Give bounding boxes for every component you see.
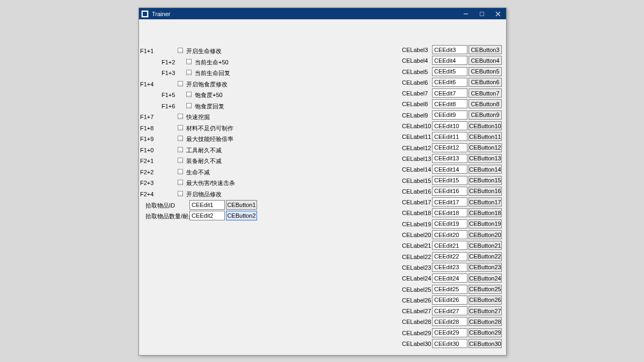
ce-edit-input[interactable] [432,187,467,196]
ce-edit-input[interactable] [432,56,467,65]
ce-edit-input[interactable] [432,99,467,108]
ce-edit-input[interactable] [432,317,467,326]
hotkey-toggle[interactable] [186,59,192,64]
ce-edit-input[interactable] [432,339,467,348]
hotkey-toggle[interactable] [178,169,183,174]
hotkey-toggle[interactable] [178,81,183,86]
hotkey-toggle[interactable] [178,48,183,53]
ce-button[interactable]: CEButton15 [469,176,502,185]
ce-button[interactable]: CEButton12 [469,143,502,152]
ce-button[interactable]: CEButton22 [469,252,502,261]
ce-button[interactable]: CEButton18 [469,208,502,217]
maximize-button[interactable] [474,8,490,19]
ce-edit-input[interactable] [432,285,467,294]
ce-edit-input[interactable] [432,110,467,120]
ce-label: CELabel6 [402,79,428,86]
ce-row: CELabel23CEButton23 [402,263,504,274]
ce-edit-input[interactable] [432,143,467,152]
ce-button[interactable]: CEButton14 [469,165,502,174]
ce-button[interactable]: CEButton19 [469,219,502,228]
hotkey-label: F2+2 [140,169,153,175]
ce-edit-input[interactable] [432,121,467,130]
ce-button[interactable]: CEButton13 [469,154,502,163]
hotkey-toggle[interactable] [186,103,192,108]
ce-button[interactable]: CEButton11 [469,132,502,141]
edit-button[interactable]: CEButton1 [226,200,257,210]
edit-button[interactable]: CEButton2 [226,211,257,220]
ce-row: CELabel13CEButton13 [402,154,504,165]
ce-button[interactable]: CEButton16 [469,187,502,196]
hotkey-toggle[interactable] [178,191,183,196]
titlebar[interactable]: Trainer [139,8,506,19]
ce-button[interactable]: CEButton30 [469,339,502,348]
ce-edit-input[interactable] [432,176,467,185]
ce-button[interactable]: CEButton5 [469,67,502,76]
hotkey-toggle[interactable] [178,114,183,119]
hotkey-description: 当前生命+50 [195,58,229,67]
ce-edit-input[interactable] [432,328,467,337]
ce-button[interactable]: CEButton7 [469,88,502,98]
ce-edit-input[interactable] [432,208,467,217]
ce-edit-input[interactable] [432,197,467,206]
ce-edit-input[interactable] [432,295,467,305]
hotkey-toggle[interactable] [186,92,192,97]
ce-edit-input[interactable] [432,263,467,272]
ce-button[interactable]: CEButton21 [469,241,502,250]
ce-button[interactable]: CEButton20 [469,230,502,239]
hotkey-toggle[interactable] [178,147,183,152]
hotkey-toggle[interactable] [178,125,183,130]
ce-button[interactable]: CEButton28 [469,317,502,326]
ce-edit-input[interactable] [432,252,467,261]
ce-button[interactable]: CEButton24 [469,274,502,283]
hotkey-row: F1+2当前生命+50 [140,57,333,69]
ce-button[interactable]: CEButton25 [469,285,502,294]
ce-edit-input[interactable] [432,241,467,250]
ce-button[interactable]: CEButton27 [469,306,502,315]
ce-button[interactable]: CEButton29 [469,328,502,337]
ce-row: CELabel20CEButton20 [402,230,504,241]
edit-input[interactable] [189,211,225,220]
ce-edit-input[interactable] [432,165,467,174]
ce-label: CELabel30 [402,341,431,347]
ce-button[interactable]: CEButton26 [469,295,502,305]
ce-button[interactable]: CEButton23 [469,263,502,272]
ce-button[interactable]: CEButton3 [469,45,502,54]
ce-edit-input[interactable] [432,230,467,239]
hotkey-label: F1+1 [140,48,153,54]
hotkey-toggle[interactable] [178,180,183,185]
ce-edit-input[interactable] [432,67,467,76]
hotkey-label: F1+6 [162,103,175,109]
ce-label: CELabel20 [402,232,431,238]
hotkey-label: F1+9 [140,136,153,142]
minimize-button[interactable] [458,8,474,19]
ce-button[interactable]: CEButton6 [469,78,502,87]
ce-edit-input[interactable] [432,132,467,141]
ce-label: CELabel18 [402,210,431,216]
ce-edit-input[interactable] [432,219,467,228]
hotkey-toggle[interactable] [186,70,192,75]
ce-edit-input[interactable] [432,306,467,315]
ce-button[interactable]: CEButton4 [469,56,502,65]
hotkey-row: F1+3当前生命回复 [140,68,333,79]
ce-button[interactable]: CEButton17 [469,197,502,206]
ce-edit-input[interactable] [432,45,467,54]
hotkey-description: 开启物品修改 [186,190,222,198]
edit-input[interactable] [189,200,225,210]
hotkey-row: F1+7快速挖掘 [140,112,333,123]
ce-edit-input[interactable] [432,78,467,87]
ce-row: CELabel7CEButton7 [402,88,504,99]
ce-edit-input[interactable] [432,274,467,283]
ce-button[interactable]: CEButton8 [469,99,502,108]
ce-label: CELabel17 [402,199,431,205]
close-button[interactable] [490,8,506,19]
ce-edit-input[interactable] [432,88,467,98]
ce-edit-input[interactable] [432,154,467,163]
hotkey-row: F1+4开启饱食度修改 [140,79,333,91]
ce-row: CELabel6CEButton6 [402,78,504,88]
hotkey-panel: F1+1开启生命修改F1+2当前生命+50F1+3当前生命回复F1+4开启饱食度… [140,46,333,221]
ce-label: CELabel29 [402,330,431,336]
ce-button[interactable]: CEButton10 [469,121,502,130]
hotkey-toggle[interactable] [178,158,183,163]
ce-button[interactable]: CEButton9 [469,110,502,120]
hotkey-toggle[interactable] [178,136,183,141]
